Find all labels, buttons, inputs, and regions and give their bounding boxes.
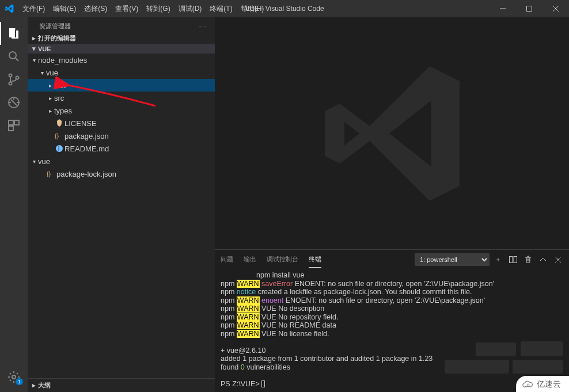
activity-bar: 1: [0, 17, 28, 392]
menu-help[interactable]: 帮助(H): [237, 4, 268, 14]
outline-section[interactable]: ▸大纲: [28, 378, 215, 392]
svg-point-9: [12, 375, 16, 379]
editor-welcome: [215, 17, 569, 249]
blur-box: [513, 360, 563, 374]
tree-folder-src[interactable]: ▸src: [28, 92, 215, 104]
watermark-pill: 亿速云: [516, 376, 569, 392]
activity-scm[interactable]: [0, 68, 28, 91]
chevron-down-icon: ▾: [30, 45, 38, 52]
file-tree: ▾node_modules ▾vue ▸dist ▸src ▸types LIC…: [28, 54, 215, 180]
tree-file-license[interactable]: LICENSE: [28, 117, 215, 130]
titlebar: 文件(F) 编辑(E) 选择(S) 查看(V) 转到(G) 调试(D) 终端(T…: [0, 0, 569, 17]
blur-box: [521, 341, 563, 356]
tree-file-package-lock[interactable]: {}package-lock.json: [28, 168, 215, 180]
activity-settings[interactable]: 1: [0, 366, 28, 389]
close-panel-icon[interactable]: [552, 253, 564, 266]
menu-select[interactable]: 选择(S): [80, 4, 111, 14]
blur-box: [445, 360, 509, 374]
svg-text:{}: {}: [47, 170, 51, 177]
tab-problems[interactable]: 问题: [221, 252, 233, 267]
settings-badge: 1: [16, 378, 23, 385]
tab-output[interactable]: 输出: [244, 252, 256, 267]
svg-text:{}: {}: [55, 132, 59, 139]
tree-file-package-json[interactable]: {}package.json: [28, 130, 215, 142]
window-controls: [490, 0, 569, 17]
maximize-panel-icon[interactable]: [537, 253, 549, 266]
activity-search[interactable]: [0, 45, 28, 68]
tree-folder-dist[interactable]: ▸dist: [28, 79, 215, 92]
minimize-button[interactable]: [490, 0, 516, 17]
svg-rect-6: [9, 120, 13, 125]
license-icon: [54, 119, 65, 128]
svg-point-2: [9, 74, 12, 77]
vscode-logo-icon: [0, 4, 18, 13]
menu-edit[interactable]: 编辑(E): [49, 4, 80, 14]
project-section[interactable]: ▾ VUE: [28, 44, 215, 54]
editor-area: 问题 输出 调试控制台 终端 1: powershell + npm insta…: [215, 17, 569, 392]
explorer-title: 资源管理器 ···: [28, 17, 215, 33]
svg-point-1: [9, 52, 16, 59]
svg-rect-7: [14, 120, 19, 125]
cloud-icon: [522, 380, 534, 389]
kill-terminal-icon[interactable]: [522, 253, 534, 266]
open-editors-section[interactable]: ▸ 打开的编辑器: [28, 33, 215, 44]
blur-box: [476, 342, 516, 356]
svg-rect-0: [527, 6, 532, 12]
explorer-title-label: 资源管理器: [39, 22, 71, 31]
open-editors-label: 打开的编辑器: [38, 34, 76, 43]
svg-rect-8: [9, 126, 13, 131]
svg-point-16: [527, 384, 529, 386]
split-terminal-icon[interactable]: [507, 253, 519, 266]
terminal-selector[interactable]: 1: powershell: [415, 253, 490, 266]
tree-folder-vue2[interactable]: ▾vue: [28, 155, 215, 168]
watermark-text: 亿速云: [537, 379, 561, 390]
tree-file-readme[interactable]: iREADME.md: [28, 142, 215, 155]
menu-file[interactable]: 文件(F): [18, 4, 49, 14]
svg-point-4: [16, 77, 19, 79]
explorer-more-icon[interactable]: ···: [199, 23, 208, 30]
maximize-button[interactable]: [516, 0, 543, 17]
explorer-sidebar: 资源管理器 ··· ▸ 打开的编辑器 ▾ VUE ▾node_modules ▾…: [28, 17, 215, 392]
main-menu: 文件(F) 编辑(E) 选择(S) 查看(V) 转到(G) 调试(D) 终端(T…: [18, 4, 268, 14]
activity-debug[interactable]: [0, 91, 28, 114]
menu-go[interactable]: 转到(G): [142, 4, 174, 14]
tree-folder-node-modules[interactable]: ▾node_modules: [28, 54, 215, 66]
close-button[interactable]: [543, 0, 569, 17]
outline-label: 大纲: [38, 381, 51, 390]
chevron-right-icon: ▸: [30, 382, 38, 389]
json-icon: {}: [54, 131, 65, 140]
panel-tabs: 问题 输出 调试控制台 终端 1: powershell +: [215, 250, 569, 269]
vscode-watermark-icon: [317, 59, 467, 208]
tree-folder-types[interactable]: ▸types: [28, 104, 215, 117]
tab-terminal[interactable]: 终端: [309, 252, 321, 268]
project-label: VUE: [38, 45, 51, 52]
tree-folder-vue[interactable]: ▾vue: [28, 66, 215, 79]
new-terminal-icon[interactable]: +: [492, 253, 504, 266]
svg-rect-15: [514, 256, 517, 262]
activity-extensions[interactable]: [0, 114, 28, 137]
svg-rect-14: [510, 256, 513, 262]
svg-text:i: i: [58, 146, 59, 152]
menu-debug[interactable]: 调试(D): [175, 4, 206, 14]
tab-debug-console[interactable]: 调试控制台: [267, 252, 298, 267]
menu-view[interactable]: 查看(V): [111, 4, 142, 14]
activity-explorer[interactable]: [0, 22, 28, 45]
menu-terminal[interactable]: 终端(T): [206, 4, 236, 14]
chevron-right-icon: ▸: [30, 35, 38, 42]
info-icon: i: [54, 144, 65, 153]
svg-point-3: [9, 82, 12, 85]
json-icon: {}: [46, 169, 56, 178]
